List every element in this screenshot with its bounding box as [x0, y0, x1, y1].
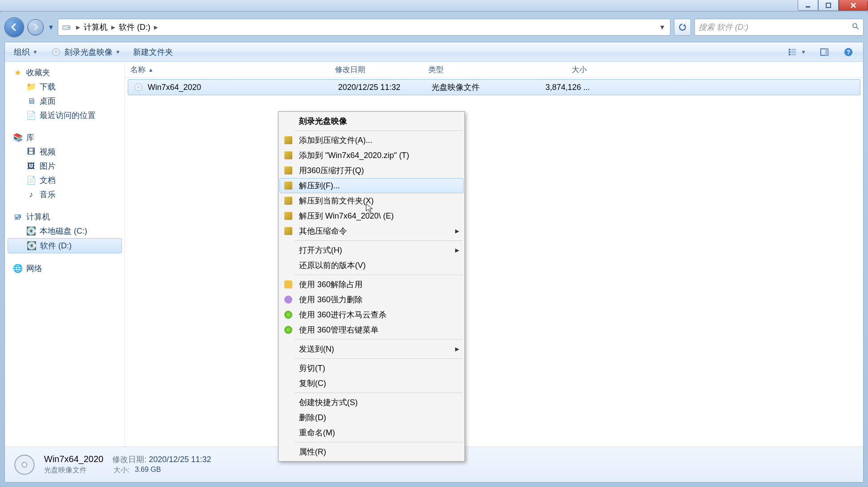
folder-icon: 📁 — [26, 82, 36, 92]
back-button[interactable] — [4, 17, 24, 37]
drive-icon: 💽 — [26, 226, 36, 236]
navigation-row: ▾ ▸ 计算机 ▸ 软件 (D:) ▸ ▾ 搜索 软件 (D:) — [4, 16, 864, 38]
forward-button[interactable] — [28, 19, 44, 35]
pictures-icon: 🖼 — [26, 161, 36, 171]
submenu-arrow-icon: ▶ — [455, 346, 459, 352]
search-icon — [852, 22, 860, 32]
archive-icon — [283, 150, 294, 161]
column-date[interactable]: 修改日期 — [330, 65, 423, 75]
ctx-add-to-zip[interactable]: 添加到 "Win7x64_2020.zip" (T) — [279, 148, 464, 163]
archive-icon — [283, 226, 294, 236]
column-headers: 名称▲ 修改日期 类型 大小 — [125, 62, 863, 78]
submenu-arrow-icon: ▶ — [455, 247, 459, 253]
help-icon: ? — [843, 46, 854, 58]
minimize-button[interactable] — [798, 0, 818, 11]
sidebar-item-d-drive[interactable]: 💽软件 (D:) — [8, 238, 122, 253]
details-file-name: Win7x64_2020 — [44, 454, 103, 464]
svg-point-4 — [853, 24, 857, 28]
column-name[interactable]: 名称▲ — [125, 65, 330, 75]
file-name: Win7x64_2020 — [148, 83, 201, 92]
chevron-down-icon: ▼ — [32, 49, 38, 55]
maximize-button[interactable] — [818, 0, 839, 11]
ctx-burn-image[interactable]: 刻录光盘映像 — [279, 114, 464, 129]
ctx-360-force-delete[interactable]: 使用 360强力删除 — [279, 292, 464, 307]
ctx-send-to[interactable]: 发送到(N)▶ — [279, 341, 464, 357]
breadcrumb-computer[interactable]: 计算机 — [82, 22, 109, 32]
sidebar-item-recent[interactable]: 📄 最近访问的位置 — [5, 108, 125, 122]
sidebar-item-downloads[interactable]: 📁 下载 — [5, 80, 125, 94]
file-type: 光盘映像文件 — [426, 82, 520, 93]
sidebar-item-music[interactable]: ♪音乐 — [5, 187, 125, 202]
network-icon: 🌐 — [13, 264, 23, 273]
ctx-360-scan[interactable]: 使用 360进行木马云查杀 — [279, 307, 464, 322]
chevron-down-icon: ▼ — [801, 49, 806, 55]
svg-rect-12 — [791, 53, 796, 55]
sidebar-libraries-header[interactable]: 📚 库 — [5, 130, 125, 145]
file-row[interactable]: Win7x64_2020 2020/12/25 11:32 光盘映像文件 3,8… — [128, 79, 860, 95]
ctx-extract-to-folder[interactable]: 解压到 Win7x64_2020\ (E) — [279, 208, 464, 223]
ctx-open-with[interactable]: 打开方式(H)▶ — [279, 243, 464, 258]
ctx-add-to-archive[interactable]: 添加到压缩文件(A)... — [279, 133, 464, 148]
sidebar-favorites-header[interactable]: ★ 收藏夹 — [5, 65, 125, 80]
details-date-value: 2020/12/25 11:32 — [149, 455, 211, 464]
drive-icon: 💽 — [27, 241, 36, 251]
address-bar[interactable]: ▸ 计算机 ▸ 软件 (D:) ▸ ▾ — [58, 19, 670, 36]
sidebar-item-videos[interactable]: 🎞视频 — [5, 145, 125, 159]
sort-asc-icon: ▲ — [148, 67, 153, 73]
view-options-button[interactable]: ▼ — [782, 45, 811, 60]
ctx-360-manage-menu[interactable]: 使用 360管理右键菜单 — [279, 322, 464, 337]
preview-pane-button[interactable] — [814, 45, 835, 60]
ctx-properties[interactable]: 属性(R) — [279, 444, 464, 459]
sidebar-item-desktop[interactable]: 🖥 桌面 — [5, 94, 125, 108]
svg-point-20 — [22, 462, 27, 467]
burn-image-button[interactable]: 刻录光盘映像 ▼ — [46, 45, 125, 60]
ctx-extract-to[interactable]: 解压到(F)... — [279, 178, 464, 193]
sidebar-item-c-drive[interactable]: 💽本地磁盘 (C:) — [5, 224, 125, 238]
column-size[interactable]: 大小 — [517, 65, 592, 75]
drive-icon — [61, 22, 72, 32]
ctx-create-shortcut[interactable]: 创建快捷方式(S) — [279, 395, 464, 410]
column-type[interactable]: 类型 — [423, 65, 517, 75]
svg-text:?: ? — [847, 49, 850, 55]
ctx-open-with-360zip[interactable]: 用360压缩打开(Q) — [279, 163, 464, 178]
svg-rect-11 — [789, 53, 791, 55]
360-icon — [283, 309, 294, 320]
breadcrumb-separator: ▸ — [74, 22, 82, 32]
new-folder-button[interactable]: 新建文件夹 — [129, 45, 178, 59]
ctx-360-unlock[interactable]: 使用 360解除占用 — [279, 277, 464, 292]
documents-icon: 📄 — [26, 175, 36, 185]
ctx-other-compress[interactable]: 其他压缩命令▶ — [279, 223, 464, 239]
archive-icon — [283, 180, 294, 191]
nav-history-dropdown[interactable]: ▾ — [47, 18, 54, 36]
archive-icon — [283, 135, 294, 146]
navigation-sidebar: ★ 收藏夹 📁 下载 🖥 桌面 📄 最近访问的位置 — [5, 62, 125, 446]
search-input[interactable]: 搜索 软件 (D:) — [694, 19, 864, 36]
sidebar-network-header[interactable]: 🌐 网络 — [5, 261, 125, 276]
svg-point-3 — [68, 27, 69, 28]
details-size-value: 3.69 GB — [135, 466, 161, 475]
svg-rect-1 — [826, 3, 831, 8]
breadcrumb-separator: ▸ — [152, 22, 160, 32]
close-button[interactable] — [839, 0, 868, 11]
refresh-button[interactable] — [674, 19, 691, 36]
desktop-icon: 🖥 — [26, 96, 36, 106]
ctx-cut[interactable]: 剪切(T) — [279, 361, 464, 376]
ctx-delete[interactable]: 删除(D) — [279, 410, 464, 425]
ctx-copy[interactable]: 复制(C) — [279, 376, 464, 391]
address-dropdown-icon[interactable]: ▾ — [657, 22, 667, 32]
sidebar-computer-header[interactable]: 🖳 计算机 — [5, 210, 125, 224]
archive-icon — [283, 165, 294, 176]
organize-button[interactable]: 组织 ▼ — [9, 45, 42, 59]
svg-rect-14 — [825, 49, 828, 55]
svg-point-18 — [137, 86, 139, 88]
ctx-rename[interactable]: 重命名(M) — [279, 425, 464, 440]
sidebar-item-pictures[interactable]: 🖼图片 — [5, 159, 125, 173]
breadcrumb-drive[interactable]: 软件 (D:) — [117, 22, 152, 32]
ctx-restore-previous[interactable]: 还原以前的版本(V) — [279, 258, 464, 273]
file-date: 2020/12/25 11:32 — [333, 83, 426, 92]
ctx-extract-here[interactable]: 解压到当前文件夹(X) — [279, 193, 464, 208]
libraries-icon: 📚 — [13, 133, 23, 142]
help-button[interactable]: ? — [838, 45, 859, 60]
sidebar-item-documents[interactable]: 📄文档 — [5, 173, 125, 187]
archive-icon — [283, 211, 294, 221]
